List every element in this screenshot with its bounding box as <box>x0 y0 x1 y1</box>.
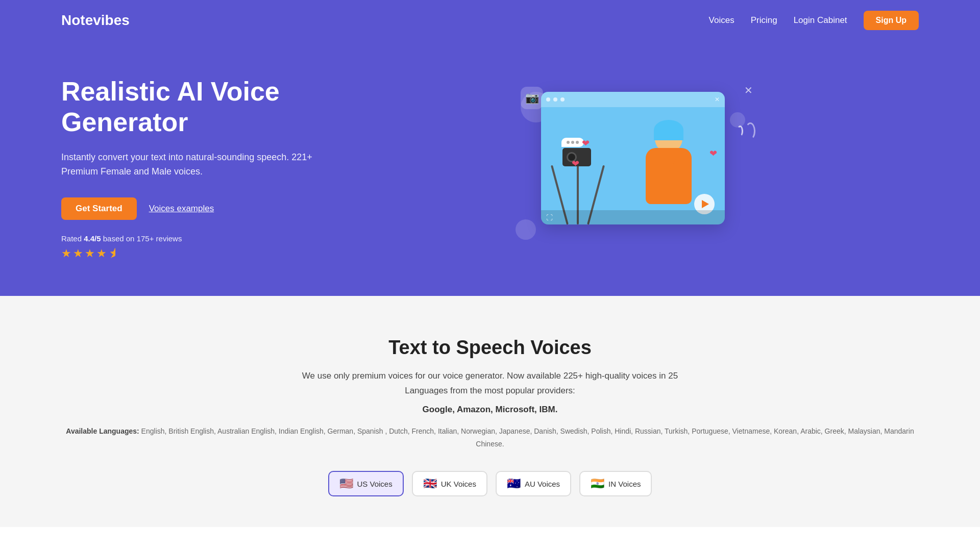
voices-desc-text: We use only premium voices for our voice… <box>302 371 678 395</box>
star-3: ★ <box>85 247 95 260</box>
tab-au-voices[interactable]: 🇦🇺 AU Voices <box>496 471 571 496</box>
rating-text: Rated 4.4/5 based on 175+ reviews <box>61 234 182 243</box>
video-titlebar: ✕ <box>541 92 725 107</box>
nav-voices-link[interactable]: Voices <box>709 15 734 26</box>
person-arm <box>668 155 685 177</box>
providers-names: Google, Amazon, Microsoft, IBM. <box>423 405 558 414</box>
titlebar-dot-3 <box>560 97 565 102</box>
flag-us: 🇺🇸 <box>339 477 353 490</box>
video-body: ❤ ❤ ❤ ⛶ <box>541 107 725 224</box>
voices-section: Text to Speech Voices We use only premiu… <box>0 296 980 527</box>
nav-logo[interactable]: Notevibes <box>61 12 130 29</box>
wave-arc-1 <box>737 126 743 137</box>
person-hair <box>654 120 683 140</box>
voices-section-desc: We use only premium voices for our voice… <box>291 369 689 398</box>
titlebar-close: ✕ <box>715 96 720 103</box>
languages-text: Available Languages: English, British En… <box>61 425 919 450</box>
tab-uk-voices[interactable]: 🇬🇧 UK Voices <box>412 471 487 496</box>
rating-prefix: Rated <box>61 234 84 243</box>
rating-value: 4.4/5 <box>84 234 101 243</box>
video-screen: ✕ <box>541 92 725 224</box>
signup-button[interactable]: Sign Up <box>864 11 919 30</box>
heart-icon-1: ❤ <box>709 148 717 159</box>
star-4: ★ <box>96 247 107 260</box>
hero-left: Realistic AI Voice Generator Instantly c… <box>61 77 347 260</box>
languages-label: Available Languages: <box>66 427 139 435</box>
navbar: Notevibes Voices Pricing Login Cabinet S… <box>0 0 980 41</box>
voice-tabs: 🇺🇸 US Voices 🇬🇧 UK Voices 🇦🇺 AU Voices 🇮… <box>61 471 919 496</box>
x-mark-icon: ✕ <box>744 84 753 96</box>
nav-login-link[interactable]: Login Cabinet <box>794 15 847 26</box>
tab-in-label: IN Voices <box>608 480 641 488</box>
star-1: ★ <box>61 247 71 260</box>
sound-waves-icon <box>737 122 755 140</box>
star-5-half: ⯨ <box>108 247 119 260</box>
hero-section: Realistic AI Voice Generator Instantly c… <box>0 41 980 296</box>
hero-title: Realistic AI Voice Generator <box>61 77 347 138</box>
illustration-wrapper: ✕ 📷 ✕ <box>526 82 740 255</box>
video-bottom-bar: ⛶ <box>541 210 725 224</box>
tab-us-voices[interactable]: 🇺🇸 US Voices <box>328 471 404 496</box>
hero-buttons: Get Started Voices examples <box>61 197 347 220</box>
person-body <box>646 148 692 204</box>
play-triangle-icon <box>702 200 709 208</box>
star-2: ★ <box>73 247 83 260</box>
flag-uk: 🇬🇧 <box>423 477 437 490</box>
nav-pricing-link[interactable]: Pricing <box>751 15 777 26</box>
tab-au-label: AU Voices <box>525 480 560 488</box>
voices-section-title: Text to Speech Voices <box>61 337 919 359</box>
deco-circle-3 <box>516 219 536 240</box>
providers-text: Google, Amazon, Microsoft, IBM. <box>61 405 919 415</box>
flag-in: 🇮🇳 <box>591 477 604 490</box>
rating-suffix: based on 175+ reviews <box>101 234 182 243</box>
tab-us-label: US Voices <box>357 480 393 488</box>
wave-arc-2 <box>745 122 755 140</box>
rating-row: Rated 4.4/5 based on 175+ reviews <box>61 234 347 243</box>
heart-icon-2: ❤ <box>582 138 590 149</box>
voices-examples-link[interactable]: Voices examples <box>149 204 214 214</box>
tab-in-voices[interactable]: 🇮🇳 IN Voices <box>579 471 652 496</box>
person-illustration: ❤ ❤ ❤ <box>541 107 725 224</box>
camera-icon: 📷 <box>521 87 543 109</box>
hero-illustration: ✕ 📷 ✕ <box>347 71 919 265</box>
titlebar-dot-2 <box>553 97 557 102</box>
tab-uk-label: UK Voices <box>441 480 476 488</box>
hero-description: Instantly convert your text into natural… <box>61 150 347 180</box>
fullscreen-icon: ⛶ <box>546 214 553 221</box>
get-started-button[interactable]: Get Started <box>61 197 137 220</box>
star-rating: ★ ★ ★ ★ ⯨ <box>61 247 347 260</box>
heart-icon-3: ❤ <box>572 158 579 169</box>
titlebar-dot-1 <box>546 97 550 102</box>
nav-links: Voices Pricing Login Cabinet Sign Up <box>709 11 919 30</box>
languages-list: English, British English, Australian Eng… <box>141 427 914 448</box>
flag-au: 🇦🇺 <box>507 477 521 490</box>
